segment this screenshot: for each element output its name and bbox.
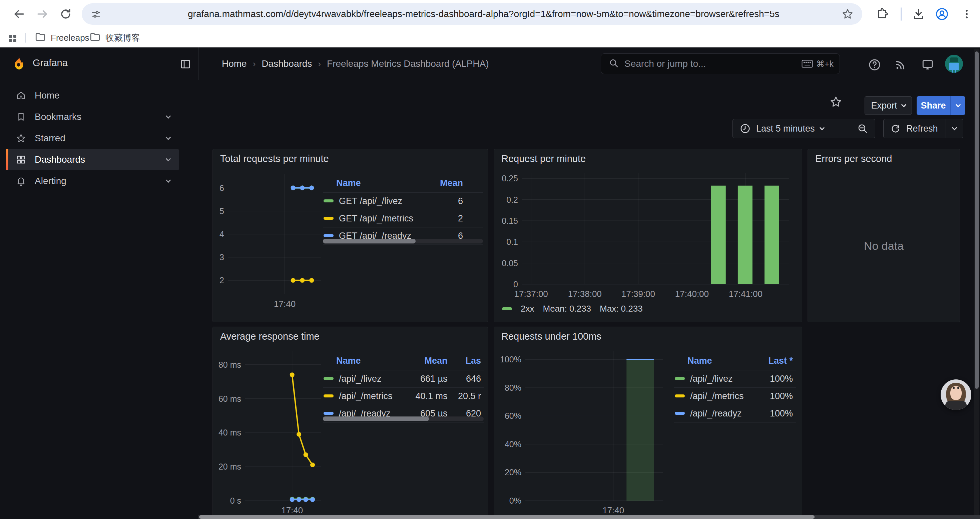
sidebar-item-starred[interactable]: Starred <box>6 128 179 149</box>
average-response-chart[interactable]: 80 ms60 ms40 ms20 ms0 s17:40 <box>213 346 326 518</box>
search-input[interactable] <box>624 58 802 69</box>
series-value: 661 µs <box>400 370 450 388</box>
help-icon[interactable] <box>867 57 883 73</box>
refresh-label: Refresh <box>906 124 938 134</box>
sidebar-item-home[interactable]: Home <box>6 85 179 106</box>
breadcrumb-home[interactable]: Home <box>222 58 247 69</box>
series-name: GET /api/_/livez <box>339 196 402 206</box>
grafana-logo[interactable] <box>10 55 28 73</box>
forward-icon[interactable] <box>32 4 52 24</box>
svg-text:5: 5 <box>220 206 224 216</box>
sidebar-item-bookmarks[interactable]: Bookmarks <box>6 106 179 128</box>
svg-text:80 ms: 80 ms <box>218 360 241 369</box>
bookmark-folder-blogs[interactable]: 收藏博客 <box>89 28 140 48</box>
request-per-minute-chart[interactable]: 00.050.10.150.20.2517:37:0017:38:0017:39… <box>496 168 794 302</box>
panel-title[interactable]: Requests under 100ms <box>501 331 601 342</box>
panel-title[interactable]: Request per minute <box>501 153 586 164</box>
refresh-icon <box>890 123 901 134</box>
user-avatar[interactable] <box>945 55 963 73</box>
page-vertical-scrollbar[interactable] <box>974 49 979 519</box>
bookmark-folder-freeleaps[interactable]: Freeleaps <box>35 28 89 48</box>
sidebar-item-alerting[interactable]: Alerting <box>6 170 179 192</box>
series-legend[interactable]: 2xx Mean: 0.233 Max: 0.233 <box>502 303 643 314</box>
breadcrumb-current: Freeleaps Metrics Dashboard (ALPHA) <box>327 58 489 69</box>
extensions-icon[interactable] <box>872 4 892 24</box>
dashboard-canvas: Total requests per minute 6543217:40 Nam… <box>199 144 980 519</box>
favorite-star-icon[interactable] <box>829 95 843 109</box>
share-button[interactable]: Share <box>916 96 950 115</box>
svg-text:20%: 20% <box>505 468 521 477</box>
legend-column-name[interactable]: Name <box>323 354 400 370</box>
legend-column-mean[interactable]: Mean <box>436 176 483 193</box>
search-icon <box>608 58 619 70</box>
legend-row[interactable]: /api/_/metrics100% <box>674 388 796 405</box>
series-value: 646 <box>450 370 484 388</box>
series-name: /api/_/readyz <box>690 409 742 418</box>
refresh-interval-button[interactable] <box>946 119 963 138</box>
legend-row[interactable]: GET /api/_/livez6 <box>323 193 483 210</box>
legend-column-mean[interactable]: Mean <box>400 354 450 370</box>
panel-legend: NameLast */api/_/livez100%/api/_/metrics… <box>674 354 796 423</box>
legend-scrollbar[interactable] <box>323 417 484 421</box>
news-rss-icon[interactable] <box>892 57 908 73</box>
browser-menu-icon[interactable] <box>957 4 977 24</box>
refresh-button[interactable]: Refresh <box>884 119 946 138</box>
time-controls: Last 5 minutes <box>732 119 875 138</box>
legend-row[interactable]: /api/_/livez661 µs646 <box>323 370 484 388</box>
zoom-out-button[interactable] <box>850 119 875 138</box>
reload-icon[interactable] <box>56 4 76 24</box>
apps-grid-icon[interactable] <box>6 32 19 45</box>
chevron-down-icon <box>952 125 957 130</box>
legend-row[interactable]: /api/_/livez100% <box>674 370 796 388</box>
svg-text:0: 0 <box>513 279 518 289</box>
chevron-down-icon <box>166 177 171 183</box>
svg-text:17:37:00: 17:37:00 <box>514 289 548 299</box>
series-swatch <box>675 394 685 398</box>
legend-column-name[interactable]: Name <box>323 176 436 193</box>
site-settings-icon[interactable] <box>91 9 102 21</box>
svg-text:0.15: 0.15 <box>502 216 518 225</box>
legend-column-last[interactable]: Last * <box>752 354 796 370</box>
assistant-avatar-widget[interactable] <box>941 379 971 410</box>
legend-row[interactable]: /api/_/metrics40.1 ms20.5 r <box>323 388 484 405</box>
time-range-picker[interactable]: Last 5 minutes <box>733 119 850 138</box>
search-box[interactable]: ⌘+k <box>601 53 840 74</box>
legend-column-las[interactable]: Las <box>450 354 484 370</box>
sidebar-item-label: Alerting <box>35 176 167 186</box>
svg-text:60 ms: 60 ms <box>218 394 241 404</box>
legend-column-name[interactable]: Name <box>674 354 752 370</box>
bookmarks-bar: Freeleaps 收藏博客 <box>0 28 980 48</box>
panel-title[interactable]: Average response time <box>220 331 320 342</box>
profile-icon[interactable] <box>932 4 952 24</box>
svg-text:0 s: 0 s <box>230 496 241 505</box>
legend-row[interactable]: GET /api/_/metrics2 <box>323 210 483 227</box>
url-input[interactable] <box>188 3 915 25</box>
under-100ms-chart[interactable]: 100%80%60%40%20%0%17:40 <box>496 346 667 518</box>
breadcrumb-dashboards[interactable]: Dashboards <box>261 58 312 69</box>
series-name: /api/_/livez <box>339 374 382 384</box>
sidebar-item-dashboards[interactable]: Dashboards <box>6 149 179 170</box>
series-swatch <box>323 200 334 203</box>
back-icon[interactable] <box>9 4 29 24</box>
bookmark-label: 收藏博客 <box>105 32 140 44</box>
active-item-accent <box>6 149 8 170</box>
panel-title[interactable]: Total requests per minute <box>220 153 329 164</box>
header-divider <box>199 48 199 80</box>
legend-scrollbar[interactable] <box>323 239 483 243</box>
sidebar-toggle-icon[interactable] <box>180 58 191 72</box>
downloads-icon[interactable] <box>908 4 929 24</box>
svg-text:17:38:00: 17:38:00 <box>568 289 602 299</box>
grafana-brand[interactable]: Grafana <box>33 57 68 69</box>
share-menu-button[interactable] <box>950 96 965 115</box>
export-button[interactable]: Export <box>865 96 912 115</box>
legend-table: NameLast */api/_/livez100%/api/_/metrics… <box>674 354 796 423</box>
total-requests-chart[interactable]: 6543217:40 <box>213 169 326 310</box>
breadcrumb-separator: › <box>253 59 256 69</box>
legend-row[interactable]: /api/_/readyz100% <box>674 405 796 423</box>
page-horizontal-scrollbar[interactable] <box>199 515 980 519</box>
bookmark-star-icon[interactable] <box>842 8 854 21</box>
panel-title[interactable]: Errors per second <box>815 153 892 164</box>
url-bar[interactable] <box>82 3 862 25</box>
kiosk-monitor-icon[interactable] <box>920 57 935 73</box>
svg-text:17:40: 17:40 <box>274 299 296 309</box>
